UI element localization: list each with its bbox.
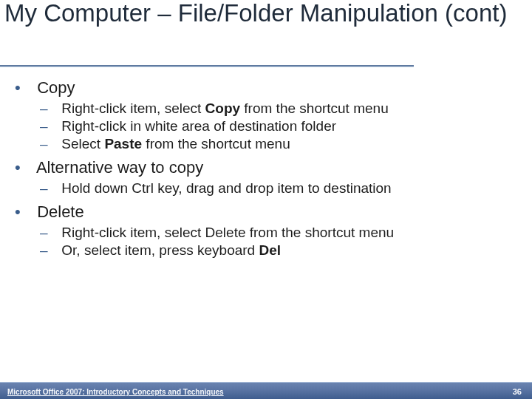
footer-text: Microsoft Office 2007: Introductory Conc… <box>7 388 224 396</box>
sub-bold: Paste <box>104 136 142 151</box>
sub-text: from the shortcut menu <box>142 136 290 151</box>
sub-bullet: Hold down Ctrl key, drag and drop item t… <box>40 180 517 197</box>
page-number: 36 <box>513 387 522 396</box>
bullet-delete: Delete <box>15 202 517 222</box>
sub-text: Select <box>61 136 104 151</box>
bullet-label: Alternative way to copy <box>36 158 203 177</box>
sub-text: Right-click item, select <box>61 100 205 116</box>
title-underline <box>0 65 414 67</box>
sub-text: Or, select item, press keyboard <box>61 242 259 258</box>
bullet-alt-copy: Alternative way to copy <box>15 158 517 177</box>
bullet-label: Delete <box>37 202 84 221</box>
sub-bullet: Select Paste from the shortcut menu <box>40 136 517 152</box>
bullet-label: Copy <box>37 78 75 97</box>
bullet-copy: Copy <box>15 78 517 98</box>
slide: My Computer – File/Folder Manipulation (… <box>0 0 532 399</box>
slide-footer: Microsoft Office 2007: Introductory Conc… <box>0 382 532 399</box>
slide-body: Copy Right-click item, select Copy from … <box>15 72 517 260</box>
sub-bold: Copy <box>205 100 241 116</box>
sub-text: Right-click item, select Delete from the… <box>61 225 394 240</box>
sub-text: from the shortcut menu <box>240 100 389 116</box>
slide-title: My Computer – File/Folder Manipulation (… <box>4 0 514 29</box>
sub-bullet: Or, select item, press keyboard Del <box>40 242 517 259</box>
sub-bullet: Right-click item, select Delete from the… <box>40 225 517 241</box>
sub-text: Right-click in white area of destination… <box>61 118 336 134</box>
sub-text: Hold down Ctrl key, drag and drop item t… <box>61 180 391 196</box>
sub-bold: Del <box>259 242 281 258</box>
sub-bullet: Right-click item, select Copy from the s… <box>40 100 517 117</box>
sub-bullet: Right-click in white area of destination… <box>40 118 517 134</box>
